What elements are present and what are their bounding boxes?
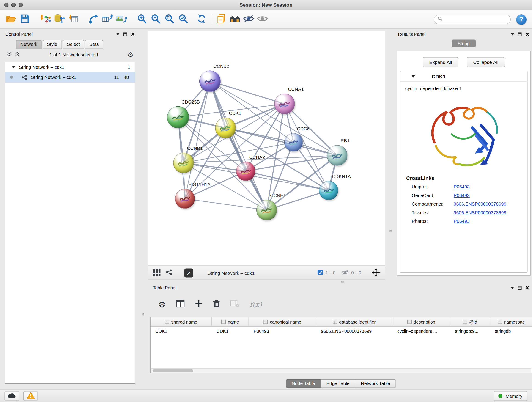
open-cybrowser-button[interactable]	[228, 12, 242, 27]
close-panel-icon[interactable]	[131, 32, 135, 36]
crosslink-value[interactable]: P06493	[454, 184, 470, 190]
collapse-panel-icon[interactable]	[116, 33, 120, 35]
help-button[interactable]: ?	[516, 14, 526, 25]
zoom-out-button[interactable]	[148, 12, 162, 27]
table-row[interactable]: CDK1CDK1P064939606.ENSP00000378699cyclin…	[151, 327, 532, 336]
tree-expander-icon[interactable]	[12, 66, 16, 68]
memory-button[interactable]: Memory	[494, 391, 527, 401]
export-image-button[interactable]	[114, 12, 128, 27]
table-cell[interactable]: cyclin–dependent ...	[393, 327, 450, 336]
tab-string[interactable]: String	[452, 40, 476, 48]
zoom-fit-button[interactable]	[162, 12, 176, 27]
collapse-all-button[interactable]: Collapse All	[467, 57, 505, 67]
float-panel-icon[interactable]	[123, 32, 127, 36]
column-header[interactable]: database identifier	[316, 317, 393, 326]
zoom-in-button[interactable]	[135, 12, 148, 27]
tab-edge-table[interactable]: Edge Table	[321, 379, 355, 388]
import-table-from-file-button[interactable]	[66, 12, 80, 27]
section-collapse-icon[interactable]	[412, 75, 415, 78]
new-network-button[interactable]	[87, 12, 100, 27]
table-options-gear-icon[interactable]: ⚙	[158, 300, 166, 308]
grid-view-icon[interactable]	[152, 269, 161, 277]
close-panel-icon[interactable]	[526, 32, 530, 36]
network-node-ccnb2[interactable]	[199, 70, 221, 92]
warnings-button[interactable]	[23, 391, 38, 401]
copy-document-button[interactable]	[214, 12, 228, 27]
network-node-ccna2[interactable]	[236, 162, 255, 181]
column-header[interactable]: canonical name	[249, 317, 316, 326]
tab-sets[interactable]: Sets	[85, 40, 103, 49]
import-network-from-database-button[interactable]	[52, 12, 66, 27]
delete-column-icon[interactable]	[213, 299, 220, 309]
fit-content-icon[interactable]	[372, 268, 380, 278]
expand-all-icon[interactable]	[15, 51, 20, 58]
show-all-button[interactable]	[255, 12, 269, 27]
search-input[interactable]	[445, 17, 507, 22]
hidden-eye-slash-icon[interactable]	[341, 269, 349, 276]
column-header[interactable]: @id	[450, 317, 490, 326]
network-node-ccnb1[interactable]	[173, 153, 194, 173]
column-header[interactable]: description	[393, 317, 450, 326]
network-node-hist1h1a[interactable]	[175, 189, 195, 209]
network-node-ccna1[interactable]	[274, 94, 295, 114]
network-tree: String Network – cdk1 1 String Network –…	[5, 62, 135, 384]
network-canvas[interactable]: CCNB2CCNA1CDC25BCDK1CDC6RB1CCNB1CCNA2CDK…	[148, 30, 385, 266]
collapse-all-icon[interactable]	[7, 51, 12, 58]
network-options-gear-icon[interactable]: ⚙	[127, 51, 133, 58]
crosslink-value[interactable]: P06493	[454, 219, 470, 224]
vertical-splitter-handle[interactable]	[389, 230, 392, 233]
crosslink-value[interactable]: 9606.ENSP00000378699	[454, 201, 506, 207]
open-session-button[interactable]	[4, 12, 18, 27]
expand-all-button[interactable]: Expand All	[423, 57, 458, 67]
table-cell[interactable]: CDK1	[212, 327, 249, 336]
table-cell[interactable]: CDK1	[151, 327, 212, 336]
collapse-panel-icon[interactable]	[511, 33, 514, 35]
horizontal-scrollbar[interactable]	[151, 368, 532, 373]
network-node-cdc25b[interactable]	[167, 106, 189, 128]
network-node-rb1[interactable]	[327, 145, 348, 166]
function-builder-icon[interactable]: f(x)	[250, 300, 262, 308]
tab-select[interactable]: Select	[62, 40, 84, 49]
table-cell[interactable]: stringdb:9...	[450, 327, 490, 336]
tab-node-table[interactable]: Node Table	[286, 379, 321, 388]
window-titlebar[interactable]: Session: New Session	[0, 0, 532, 10]
network-row[interactable]: String Network – cdk1 11 48	[5, 72, 135, 83]
cloud-status-button[interactable]	[5, 391, 19, 401]
select-columns-icon[interactable]	[176, 300, 184, 309]
vertical-splitter-handle[interactable]	[142, 313, 145, 316]
save-session-button[interactable]	[18, 12, 32, 27]
scrollbar-thumb[interactable]	[152, 369, 193, 372]
crosslink-value[interactable]: 9606.ENSP00000378699	[454, 210, 506, 216]
column-header[interactable]: namespac	[490, 317, 532, 326]
network-overview-icon[interactable]	[166, 269, 172, 277]
close-panel-icon[interactable]	[526, 286, 530, 290]
tab-style[interactable]: Style	[42, 40, 62, 49]
table-cell[interactable]: stringdb	[490, 327, 532, 336]
network-node-cdkn1a[interactable]	[319, 181, 338, 200]
collapse-panel-icon[interactable]	[511, 287, 514, 289]
search-box[interactable]	[434, 15, 511, 24]
network-node-cdk1[interactable]	[215, 118, 236, 138]
zoom-selected-button[interactable]	[176, 12, 190, 27]
tab-network-table[interactable]: Network Table	[355, 379, 396, 388]
tab-network[interactable]: Network	[16, 40, 42, 49]
float-panel-icon[interactable]	[518, 32, 522, 36]
import-network-from-file-button[interactable]	[38, 12, 52, 27]
network-node-ccne1[interactable]	[256, 200, 277, 220]
hide-selected-button[interactable]	[242, 12, 255, 27]
table-cell[interactable]: P06493	[249, 327, 316, 336]
refresh-view-button[interactable]	[195, 12, 208, 27]
column-header[interactable]: name	[212, 317, 249, 326]
clone-network-button[interactable]	[100, 12, 114, 27]
gene-section-header[interactable]: CDK1	[400, 71, 527, 82]
add-column-icon[interactable]	[195, 300, 202, 309]
horizontal-splitter-handle[interactable]	[341, 281, 344, 283]
network-node-cdc6[interactable]	[284, 133, 303, 152]
export-view-icon[interactable]: ↗	[184, 268, 193, 277]
float-panel-icon[interactable]	[518, 286, 522, 290]
table-cell[interactable]: 9606.ENSP00000378699	[316, 327, 393, 336]
column-header[interactable]: shared name	[151, 317, 212, 326]
network-collection-row[interactable]: String Network – cdk1 1	[5, 62, 135, 72]
crosslink-value[interactable]: P06493	[454, 193, 470, 198]
selected-checkbox-icon[interactable]	[317, 269, 323, 276]
